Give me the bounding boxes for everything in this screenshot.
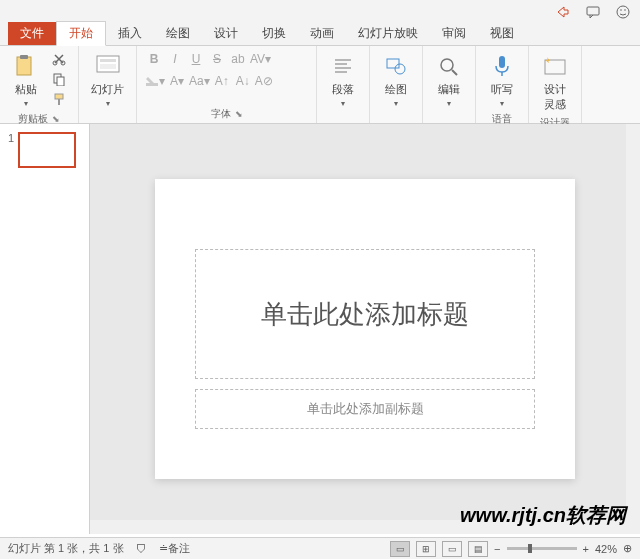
main-area: 1 单击此处添加标题 单击此处添加副标题 bbox=[0, 124, 640, 534]
svg-rect-9 bbox=[57, 77, 64, 86]
font-label: 字体 bbox=[211, 107, 231, 121]
svg-point-1 bbox=[617, 6, 629, 18]
tab-design[interactable]: 设计 bbox=[202, 22, 250, 45]
share-icon[interactable] bbox=[556, 5, 570, 19]
tab-file[interactable]: 文件 bbox=[8, 22, 56, 45]
smile-icon[interactable] bbox=[616, 5, 630, 19]
svg-rect-10 bbox=[55, 94, 63, 99]
tab-review[interactable]: 审阅 bbox=[430, 22, 478, 45]
strike-button[interactable]: S bbox=[208, 50, 226, 68]
clear-format-button[interactable]: A⊘ bbox=[255, 72, 273, 90]
slide[interactable]: 单击此处添加标题 单击此处添加副标题 bbox=[155, 179, 575, 479]
title-placeholder-text: 单击此处添加标题 bbox=[261, 297, 469, 332]
group-editing: 编辑 ▾ bbox=[423, 46, 476, 123]
copy-button[interactable] bbox=[48, 70, 70, 88]
group-paragraph: 段落 ▾ bbox=[317, 46, 370, 123]
group-drawing: 绘图 ▾ bbox=[370, 46, 423, 123]
vertical-scrollbar[interactable] bbox=[626, 124, 640, 534]
svg-rect-24 bbox=[499, 56, 505, 68]
slide-thumbnails-panel: 1 bbox=[0, 124, 90, 534]
comments-icon[interactable] bbox=[586, 5, 600, 19]
clipboard-launcher[interactable]: ⬊ bbox=[52, 114, 60, 124]
svg-rect-4 bbox=[17, 57, 31, 75]
svg-point-2 bbox=[620, 9, 622, 11]
group-font: B I U S ab AV▾ ▾ A▾ Aa▾ A↑ A↓ A⊘ 字体⬊ bbox=[137, 46, 317, 123]
normal-view-button[interactable]: ▭ bbox=[390, 541, 410, 557]
highlight-button[interactable]: ▾ bbox=[145, 72, 165, 90]
menu-tabs: 文件 开始 插入 绘图 设计 切换 动画 幻灯片放映 审阅 视图 bbox=[0, 24, 640, 46]
watermark: www.rjtj.cn软荐网 bbox=[460, 502, 626, 529]
new-slide-button[interactable]: 幻灯片 ▾ bbox=[87, 50, 128, 110]
paragraph-button[interactable]: 段落 ▾ bbox=[325, 50, 361, 110]
slideshow-view-button[interactable]: ▤ bbox=[468, 541, 488, 557]
shrink-font-button[interactable]: A↓ bbox=[234, 72, 252, 90]
notes-button[interactable]: ≐备注 bbox=[159, 541, 190, 556]
group-slides: 幻灯片 ▾ bbox=[79, 46, 137, 123]
slide-count-status: 幻灯片 第 1 张，共 1 张 bbox=[8, 541, 124, 556]
svg-rect-20 bbox=[387, 59, 399, 68]
svg-rect-5 bbox=[20, 55, 28, 59]
subtitle-placeholder[interactable]: 单击此处添加副标题 bbox=[195, 389, 535, 429]
change-case-button[interactable]: Aa▾ bbox=[189, 72, 210, 90]
zoom-slider[interactable] bbox=[507, 547, 577, 550]
svg-line-23 bbox=[452, 70, 457, 75]
thumb-number: 1 bbox=[8, 132, 14, 168]
dictate-button[interactable]: 听写 ▾ bbox=[484, 50, 520, 110]
tab-animation[interactable]: 动画 bbox=[298, 22, 346, 45]
svg-point-3 bbox=[624, 9, 626, 11]
cut-button[interactable] bbox=[48, 50, 70, 68]
group-designer: 设计 灵感 设计器 bbox=[529, 46, 582, 123]
svg-rect-11 bbox=[58, 99, 60, 105]
underline-button[interactable]: U bbox=[187, 50, 205, 68]
tab-slideshow[interactable]: 幻灯片放映 bbox=[346, 22, 430, 45]
fit-to-window-button[interactable]: ⊕ bbox=[623, 542, 632, 555]
svg-point-21 bbox=[395, 64, 405, 74]
zoom-value[interactable]: 42% bbox=[595, 543, 617, 555]
zoom-in-button[interactable]: + bbox=[583, 543, 589, 555]
font-color-button[interactable]: A▾ bbox=[168, 72, 186, 90]
tab-insert[interactable]: 插入 bbox=[106, 22, 154, 45]
group-clipboard: 粘贴 ▾ 剪贴板⬊ bbox=[0, 46, 79, 123]
accessibility-icon[interactable]: ⛉ bbox=[136, 543, 147, 555]
tab-view[interactable]: 视图 bbox=[478, 22, 526, 45]
font-launcher[interactable]: ⬊ bbox=[235, 109, 243, 119]
zoom-out-button[interactable]: − bbox=[494, 543, 500, 555]
svg-rect-0 bbox=[587, 7, 599, 15]
bold-button[interactable]: B bbox=[145, 50, 163, 68]
tab-draw[interactable]: 绘图 bbox=[154, 22, 202, 45]
tab-home[interactable]: 开始 bbox=[56, 21, 106, 46]
svg-rect-14 bbox=[100, 64, 116, 69]
shadow-button[interactable]: ab bbox=[229, 50, 247, 68]
tab-transition[interactable]: 切换 bbox=[250, 22, 298, 45]
reading-view-button[interactable]: ▭ bbox=[442, 541, 462, 557]
slide-canvas[interactable]: 单击此处添加标题 单击此处添加副标题 bbox=[90, 124, 640, 534]
status-bar: 幻灯片 第 1 张，共 1 张 ⛉ ≐备注 ▭ ⊞ ▭ ▤ − + 42% ⊕ bbox=[0, 537, 640, 559]
ribbon: 粘贴 ▾ 剪贴板⬊ 幻灯片 ▾ B I U S bbox=[0, 46, 640, 124]
grow-font-button[interactable]: A↑ bbox=[213, 72, 231, 90]
format-painter-button[interactable] bbox=[48, 90, 70, 108]
slide-thumbnail-1[interactable] bbox=[18, 132, 76, 168]
editing-button[interactable]: 编辑 ▾ bbox=[431, 50, 467, 110]
svg-rect-13 bbox=[100, 59, 116, 62]
sorter-view-button[interactable]: ⊞ bbox=[416, 541, 436, 557]
subtitle-placeholder-text: 单击此处添加副标题 bbox=[307, 400, 424, 418]
char-spacing-button[interactable]: AV▾ bbox=[250, 50, 271, 68]
group-voice: 听写 ▾ 语音 bbox=[476, 46, 529, 123]
design-ideas-button[interactable]: 设计 灵感 bbox=[537, 50, 573, 114]
paste-button[interactable]: 粘贴 ▾ bbox=[8, 50, 44, 110]
svg-point-22 bbox=[441, 59, 453, 71]
italic-button[interactable]: I bbox=[166, 50, 184, 68]
title-placeholder[interactable]: 单击此处添加标题 bbox=[195, 249, 535, 379]
drawing-button[interactable]: 绘图 ▾ bbox=[378, 50, 414, 110]
